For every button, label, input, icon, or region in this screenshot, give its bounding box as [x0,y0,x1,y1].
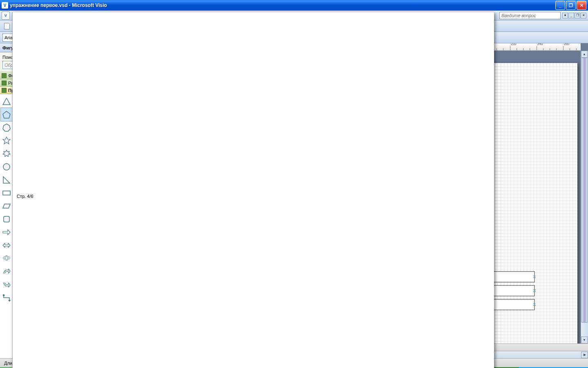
close-button[interactable]: ✕ [577,1,586,10]
svg-marker-18 [3,204,10,208]
visio-icon[interactable]: V [2,11,10,20]
svg-rect-20 [4,216,9,222]
mdi-close-button[interactable]: ✕ [581,13,586,18]
help-search [499,12,561,19]
svg-rect-15 [3,191,10,195]
maximize-button[interactable]: ❐ [566,1,576,10]
svg-marker-4 [3,124,10,131]
svg-marker-2 [3,111,10,118]
mdi-restore-button[interactable]: ❐ [575,13,580,18]
window-controls: _ ❐ ✕ [555,1,586,10]
svg-marker-28 [8,300,11,302]
statusbar: Длина = 35,223 мм Угол = -127,22 град Dx… [0,358,588,367]
scroll-up-button[interactable]: ▲ [581,51,588,58]
titlebar: V упражнение первое.vsd - Microsoft Visi… [0,0,588,11]
svg-marker-0 [3,98,10,105]
svg-marker-6 [3,137,10,144]
mdi-minimize-button[interactable]: ▾ [562,13,568,18]
status-page: Стр. 4/6 [12,12,494,368]
svg-marker-8 [3,150,10,157]
app-icon: V [2,2,8,9]
help-search-input[interactable] [499,12,561,19]
window-title: упражнение первое.vsd - Microsoft Visio [10,2,555,8]
svg-rect-27 [3,294,4,296]
mdi-minimize-button[interactable]: _ [568,13,574,18]
svg-point-11 [3,164,10,170]
svg-marker-13 [3,177,10,183]
minimize-button[interactable]: _ [555,1,565,10]
scroll-down-button[interactable]: ▼ [581,337,588,343]
vertical-scrollbar[interactable]: ▲ ▼ [581,51,588,343]
svg-marker-25 [3,256,10,260]
scroll-right-button[interactable]: ▶ [581,352,588,358]
svg-marker-23 [3,243,10,247]
svg-marker-22 [3,230,10,235]
